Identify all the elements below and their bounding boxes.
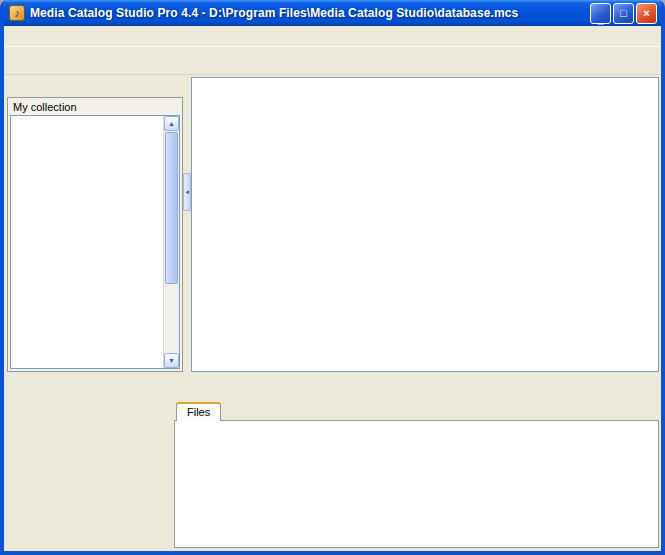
scroll-up-arrow-icon[interactable]: ▲: [164, 116, 179, 131]
tree-scrollbar[interactable]: ▲ ▼: [163, 116, 179, 368]
files-panel: Files: [174, 401, 659, 548]
scroll-down-arrow-icon[interactable]: ▼: [164, 353, 179, 368]
collapse-arrow-icon[interactable]: ◂: [183, 173, 191, 211]
titlebar[interactable]: ♪ Media Catalog Studio Pro 4.4 - D:\Prog…: [4, 0, 661, 26]
collection-label: My collection: [8, 98, 182, 115]
file-list-panel: [191, 77, 659, 372]
file-list-header: [192, 78, 658, 96]
bottom-area: Files: [4, 399, 661, 551]
item-info-panel: [8, 401, 166, 548]
playback-toolbar: [4, 374, 661, 399]
scrollbar-track[interactable]: [164, 285, 179, 353]
menubar: [4, 26, 661, 46]
app-icon: ♪: [9, 5, 25, 21]
minimize-button[interactable]: _: [590, 3, 611, 24]
scrollbar-thumb[interactable]: [165, 132, 178, 284]
files-tabrow: Files: [174, 401, 659, 420]
collection-tree: [11, 116, 163, 368]
toolbar: [4, 46, 661, 75]
collection-tree-box: ▲ ▼: [10, 115, 180, 369]
files-table-box: [174, 420, 659, 548]
panel-splitter[interactable]: ◂: [183, 77, 191, 372]
window-controls: _ □ ×: [590, 3, 657, 24]
left-panel-tabs: [7, 77, 183, 97]
left-panel: My collection ▲ ▼: [7, 77, 183, 372]
window-title: Media Catalog Studio Pro 4.4 - D:\Progra…: [30, 6, 585, 20]
close-button[interactable]: ×: [636, 3, 657, 24]
app-window: ♪ Media Catalog Studio Pro 4.4 - D:\Prog…: [0, 0, 665, 555]
tab-files[interactable]: Files: [176, 402, 221, 421]
main-area: My collection ▲ ▼ ◂: [4, 75, 661, 374]
files-table: [175, 439, 658, 547]
file-list: [192, 96, 658, 371]
files-table-header: [175, 421, 658, 439]
maximize-button[interactable]: □: [613, 3, 634, 24]
collection-panel: My collection ▲ ▼: [7, 97, 183, 372]
